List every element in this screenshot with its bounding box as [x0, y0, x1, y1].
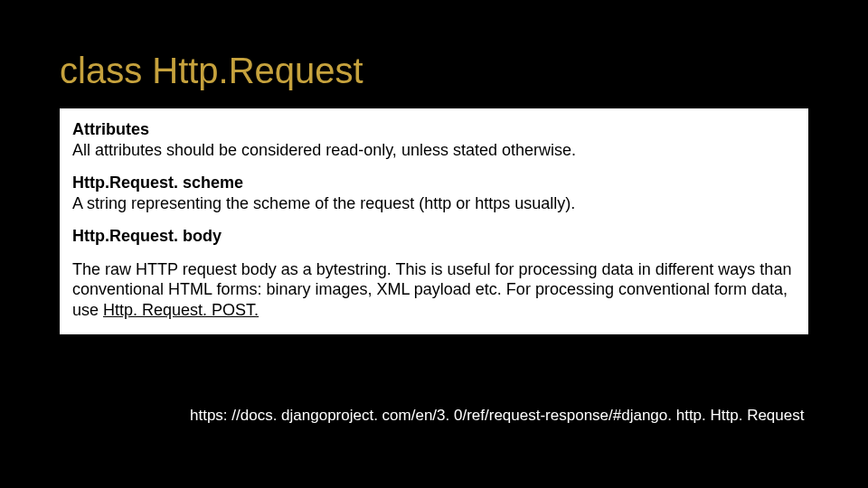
- scheme-heading: Http.Request. scheme: [72, 174, 243, 192]
- attributes-block: Attributes All attributes should be cons…: [72, 119, 796, 160]
- body-text-block: The raw HTTP request body as a bytestrin…: [72, 259, 796, 321]
- body-heading: Http.Request. body: [72, 227, 222, 245]
- page-title: class Http.Request: [60, 51, 363, 91]
- slide: class Http.Request Attributes All attrib…: [0, 0, 868, 488]
- scheme-block: Http.Request. scheme A string representi…: [72, 173, 796, 213]
- content-box: Attributes All attributes should be cons…: [60, 108, 808, 334]
- attributes-text: All attributes should be considered read…: [72, 141, 576, 159]
- attributes-heading: Attributes: [72, 120, 149, 138]
- body-heading-block: Http.Request. body: [72, 226, 796, 247]
- scheme-text: A string representing the scheme of the …: [72, 194, 575, 212]
- footer-url[interactable]: https: //docs. djangoproject. com/en/3. …: [190, 407, 804, 425]
- body-post-link[interactable]: Http. Request. POST.: [103, 301, 259, 319]
